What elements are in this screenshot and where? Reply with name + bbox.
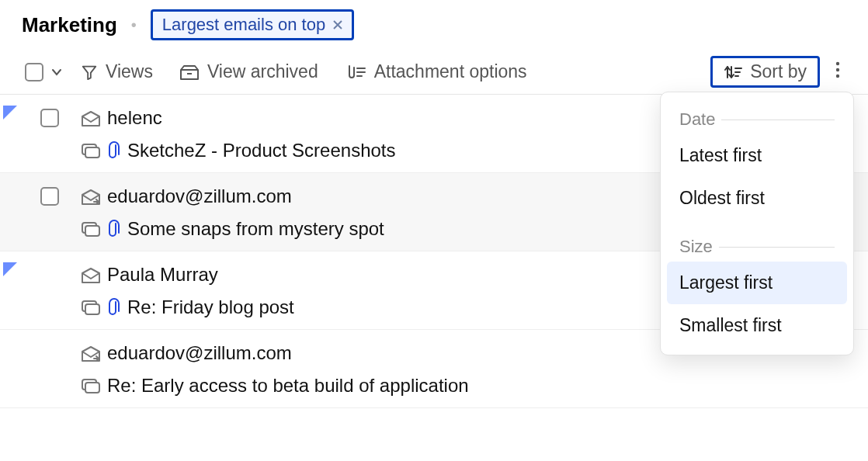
chevron-down-icon[interactable] <box>51 67 62 78</box>
row-checkbox[interactable] <box>40 109 59 127</box>
row-icon-col <box>75 262 107 315</box>
svg-point-0 <box>836 61 839 64</box>
svg-rect-8 <box>85 304 99 314</box>
mail-forward-icon <box>81 189 101 206</box>
thread-indicator <box>3 341 19 356</box>
row-icon-col <box>75 106 107 158</box>
folder-name: Marketing <box>22 13 117 37</box>
row-checkbox[interactable] <box>40 187 59 206</box>
paperclip-icon <box>107 220 120 238</box>
mail-open-icon <box>81 267 101 284</box>
email-subject: Some snaps from mystery spot <box>127 218 384 240</box>
attachment-options-icon <box>345 64 366 81</box>
views-button[interactable]: Views <box>70 57 164 87</box>
sort-option-oldest[interactable]: Oldest first <box>661 177 853 220</box>
filter-chip-label: Largest emails on top <box>162 15 325 35</box>
sort-option-largest[interactable]: Largest first <box>667 262 847 304</box>
paperclip-icon <box>107 298 120 317</box>
mail-forward-icon <box>81 345 101 362</box>
view-archived-label: View archived <box>207 61 318 82</box>
row-checkbox-col <box>25 341 75 344</box>
funnel-icon <box>81 64 98 81</box>
view-archived-button[interactable]: View archived <box>168 57 329 87</box>
email-subject: Re: Friday blog post <box>127 296 294 318</box>
thread-indicator <box>3 262 19 278</box>
svg-point-1 <box>836 68 839 71</box>
archive-icon <box>179 64 200 81</box>
close-icon[interactable] <box>332 19 344 31</box>
attachment-options-label: Attachment options <box>374 61 527 82</box>
row-icon-col <box>75 341 107 393</box>
sort-option-smallest[interactable]: Smallest first <box>661 304 853 347</box>
row-checkbox-col <box>25 184 75 206</box>
toolbar: Views View archived Attachment options S… <box>0 51 868 95</box>
mail-open-icon <box>81 110 101 127</box>
svg-rect-6 <box>85 226 99 236</box>
svg-point-2 <box>836 74 839 77</box>
row-checkbox-col <box>25 106 75 127</box>
thread-icon <box>81 141 101 158</box>
sort-by-button[interactable]: Sort by <box>710 56 820 88</box>
select-all[interactable] <box>25 63 62 81</box>
sort-by-label: Sort by <box>750 61 807 82</box>
sort-option-latest[interactable]: Latest first <box>661 134 853 177</box>
thread-icon <box>81 376 101 393</box>
more-options-button[interactable] <box>825 57 851 88</box>
sort-section-size: Size <box>661 234 853 262</box>
thread-indicator <box>3 184 19 199</box>
views-label: Views <box>106 61 153 82</box>
sort-icon <box>724 64 742 81</box>
attachment-options-button[interactable]: Attachment options <box>334 57 538 87</box>
sort-section-date: Date <box>661 106 853 134</box>
sort-menu: Date Latest first Oldest first Size Larg… <box>660 92 854 355</box>
thread-indicator <box>3 106 19 121</box>
thread-icon <box>81 298 101 315</box>
separator-dot: • <box>131 16 137 34</box>
thread-icon <box>81 220 101 237</box>
row-icon-col <box>75 184 107 237</box>
svg-rect-10 <box>85 383 99 393</box>
row-checkbox-col <box>25 262 75 265</box>
active-filter-chip[interactable]: Largest emails on top <box>151 9 354 40</box>
folder-header: Marketing • Largest emails on top <box>0 0 868 51</box>
email-subject: Re: Early access to beta build of applic… <box>107 375 469 397</box>
svg-rect-4 <box>85 147 99 158</box>
paperclip-icon <box>107 141 120 160</box>
select-all-checkbox[interactable] <box>25 63 43 81</box>
email-subject: SketcheZ - Product Screenshots <box>127 140 396 161</box>
more-vertical-icon <box>835 61 840 78</box>
